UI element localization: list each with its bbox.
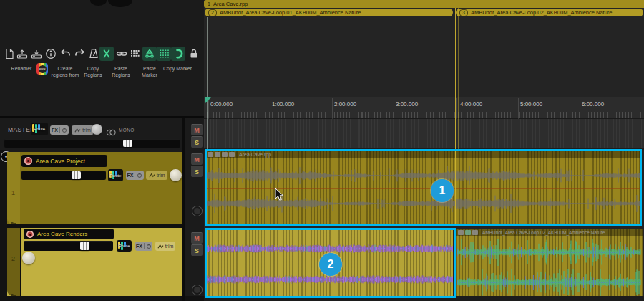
master-trim-button[interactable]: trim [72,125,94,135]
master-divider [0,116,204,118]
ruler-label: 6:00.000 [582,101,604,108]
master-fx-button[interactable]: FX [50,125,69,135]
region-matrix-icon[interactable] [129,47,142,60]
channel-divider [456,267,643,267]
fx-power-icon[interactable] [59,127,67,133]
item-loop-icon[interactable] [458,230,464,235]
region-name: Area Cave.rpp [213,1,248,7]
track-fader-handle[interactable] [80,242,89,250]
split-items-icon[interactable] [99,47,114,61]
master-route-button[interactable]: Route [31,123,48,135]
item-fx-icon[interactable] [472,230,478,235]
paste-marker-icon[interactable] [142,47,157,61]
ruler-label: 3:00.000 [396,101,418,108]
track-name-box[interactable]: Area Cave Project [21,155,107,167]
region-number: 2 [208,9,217,16]
fx-power-icon[interactable] [144,243,152,249]
media-item-3[interactable]: AMBUndr_Area Cave-Loop 02_AKB00M_Ambienc… [456,229,643,296]
redo-icon[interactable] [74,47,87,60]
region-pill-3[interactable]: 3 AMBUndr_Area Cave-Loop 02_AKB00M_Ambie… [456,9,643,16]
sws-icon[interactable]: SWS [36,63,48,75]
copy-marker-shape-icon[interactable] [171,47,185,61]
track-panel-2[interactable]: 2 Area Cave Renders Route FX trim [7,228,184,296]
envelope-icon [74,128,81,133]
track-number: 2 [11,255,15,262]
mono-label: MONO [119,128,135,133]
item-lock-icon[interactable] [465,230,471,235]
record-arm-icon[interactable] [26,231,34,238]
tcp-right-gap [182,118,185,301]
track-route-button[interactable]: Route [108,169,123,181]
tcp-bottom [0,296,204,301]
renamer-label: Renamer [7,65,36,72]
track-trim-button[interactable]: trim [146,171,167,180]
metronome-icon[interactable] [87,47,100,60]
track-pan-knob[interactable] [170,169,182,181]
master-mute-button[interactable]: M [191,124,203,135]
ruler-label: 4:00.000 [460,101,482,108]
track-route-button[interactable]: Route [117,240,132,252]
track-trim-button[interactable]: trim [155,242,175,251]
record-arm-icon[interactable] [24,157,32,165]
copy-regions-label: Copy Regions [80,65,106,79]
ruler-label: 2:00.000 [334,101,356,108]
track-panel-1[interactable]: 1 Area Cave Project Route FX trim [7,152,184,224]
ruler-minor-ticks [207,112,644,118]
ruler-label: 5:00.000 [520,101,542,108]
window-remnant [108,0,132,7]
master-solo-button[interactable]: S [191,136,203,148]
stereo-icon[interactable] [106,126,117,139]
track2-monitor-knob[interactable] [192,285,202,295]
track-name: Area Cave Project [36,158,85,165]
import-media-icon[interactable] [30,47,43,60]
tcp-left-rail [0,150,7,301]
envelope-icon [149,173,155,178]
track-name: Area Cave Renders [37,231,87,237]
track-fx-button[interactable]: FX [126,171,144,180]
paste-regions-label: Paste Regions [108,65,134,79]
track1-mute-button[interactable]: M [191,153,203,165]
ruler-label: 0:00.000 [210,101,233,108]
media-item-header[interactable]: AMBUndr_Area Cave-Loop 02_AKB00M_Ambienc… [456,229,643,236]
region-name: AMBUndr_Area Cave-Loop 02_AKB00M_Ambienc… [471,9,613,16]
track-number: 1 [11,189,15,196]
track-name-box[interactable]: Area Cave Renders [24,229,114,239]
master-pan-knob[interactable] [92,124,102,135]
edit-cursor-flag[interactable] [205,97,211,103]
track1-solo-button[interactable]: S [191,166,203,177]
mouse-cursor [275,188,285,202]
region-boundary-line [458,8,459,149]
envelope-icon [157,244,164,249]
region-number: 3 [459,9,468,16]
indent-divider [20,228,21,296]
master-volume-fader[interactable] [4,139,180,148]
reaper-window: Renamer SWS Create regions from Copy Reg… [0,0,644,301]
region-project-bar[interactable]: 1 Area Cave.rpp [204,0,644,8]
export-tracks-icon[interactable] [16,47,29,60]
link-icon[interactable] [115,47,128,60]
callout-box-1 [205,149,642,226]
track2-solo-button[interactable]: S [191,244,203,256]
undo-icon[interactable] [59,47,72,60]
track-volume-fader[interactable] [24,241,113,251]
track-pan-knob[interactable] [22,252,35,264]
track-fader-handle[interactable] [72,171,81,179]
grid-band[interactable] [204,119,644,149]
new-project-icon[interactable] [3,47,16,60]
region-pill-2[interactable]: 2 AMBUndr_Area Cave-Loop 01_AKB00M_Ambie… [205,9,453,16]
callout-badge-1: 1 [431,179,454,202]
track2-mute-button[interactable]: M [191,232,203,244]
ruler-label: 1:00.000 [272,101,294,108]
track-fx-button[interactable]: FX [135,242,152,251]
toolbar: Renamer SWS Create regions from Copy Reg… [0,42,204,93]
lock-icon[interactable] [187,47,200,60]
track-volume-fader[interactable] [21,171,106,180]
item-label: AMBUndr_Area Cave-Loop 02_AKB00M_Ambienc… [482,230,605,235]
fx-power-icon[interactable] [135,172,142,178]
track1-monitor-knob[interactable] [192,206,202,216]
edit-cursor-line[interactable] [207,17,208,149]
master-fader-handle[interactable] [123,140,132,147]
window-remnant [90,0,107,6]
info-icon[interactable] [44,47,57,60]
marker-grid-icon[interactable] [157,47,171,61]
